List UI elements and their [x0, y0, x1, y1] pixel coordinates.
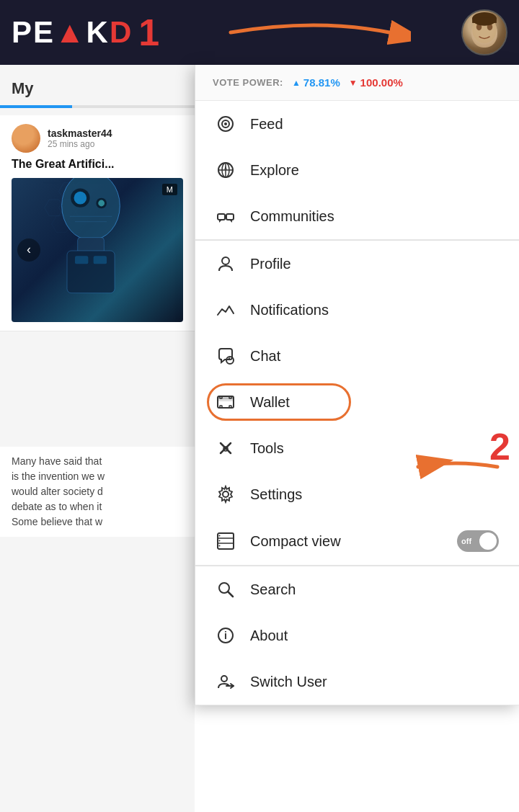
svg-text:i: i [224, 630, 227, 641]
svg-rect-44 [220, 406, 222, 408]
post-text: Many have said that is the invention we … [0, 447, 195, 537]
svg-point-11 [98, 200, 105, 206]
svg-rect-16 [75, 256, 88, 264]
post-image-overlay: M [162, 184, 177, 195]
menu-item-feed[interactable]: Feed [195, 101, 519, 147]
menu-item-compact[interactable]: Compact view off [195, 517, 519, 565]
menu-item-wallet[interactable]: Wallet [195, 379, 519, 425]
menu-label-settings: Settings [250, 486, 302, 503]
svg-rect-32 [218, 214, 225, 220]
post-item[interactable]: taskmaster44 25 mins ago The Great Artif… [0, 115, 195, 331]
dropdown-menu: VOTE POWER: ▲ 78.81% ▼ 100.00% Feed [195, 65, 519, 705]
chevron-up-icon: ▲ [292, 78, 301, 88]
arrow-annotation-1 [223, 11, 411, 54]
menu-section-user: Profile Notifications Chat [195, 241, 519, 566]
feed-icon [216, 114, 236, 134]
toggle-label: off [461, 537, 471, 545]
svg-rect-43 [229, 396, 231, 398]
menu-item-notifications[interactable]: Notifications [195, 287, 519, 333]
svg-point-57 [219, 545, 221, 547]
svg-point-55 [219, 535, 221, 537]
tab-active-indicator [0, 105, 72, 108]
svg-point-62 [221, 676, 227, 682]
svg-point-56 [219, 540, 221, 542]
menu-label-notifications: Notifications [250, 302, 329, 318]
svg-rect-33 [226, 214, 234, 220]
page-title: My [0, 65, 195, 105]
svg-rect-17 [94, 256, 107, 264]
svg-point-37 [222, 257, 229, 264]
menu-label-search: Search [250, 581, 296, 598]
menu-section-main: Feed Explore [195, 101, 519, 240]
menu-section-bottom: Search i About Switch User [195, 566, 519, 705]
switch-user-icon [216, 672, 236, 692]
svg-rect-23 [472, 17, 497, 23]
menu-item-chat[interactable]: Chat [195, 333, 519, 379]
profile-icon [216, 254, 236, 274]
tools-icon [216, 438, 236, 458]
post-image: M ‹ [12, 178, 183, 322]
communities-icon [216, 206, 236, 226]
search-icon [216, 579, 236, 599]
settings-icon [216, 484, 236, 504]
svg-rect-15 [67, 251, 115, 293]
logo-peak: PE [12, 15, 55, 50]
post-author-name: taskmaster44 [48, 128, 112, 139]
menu-label-wallet: Wallet [250, 394, 290, 411]
logo-k: K [86, 15, 110, 50]
menu-label-compact: Compact view [250, 533, 341, 550]
svg-line-59 [228, 592, 233, 597]
vote-power-up-value: 78.81% [303, 76, 340, 89]
menu-item-switch-user[interactable]: Switch User [195, 659, 519, 705]
svg-rect-45 [229, 406, 231, 408]
vote-power-down: ▼ 100.00% [349, 76, 403, 89]
menu-item-explore[interactable]: Explore [195, 147, 519, 193]
menu-item-profile[interactable]: Profile [195, 241, 519, 287]
menu-item-communities[interactable]: Communities [195, 193, 519, 239]
logo-a-accent: ▲ [55, 15, 86, 50]
compact-icon [216, 531, 236, 551]
menu-item-tools[interactable]: Tools [195, 425, 519, 471]
content-background: My taskmaster44 25 mins ago The Great Ar… [0, 65, 195, 812]
menu-label-communities: Communities [250, 208, 334, 225]
avatar[interactable] [461, 9, 507, 55]
svg-marker-35 [219, 220, 222, 223]
menu-item-search[interactable]: Search [195, 566, 519, 612]
header: PE ▲ K D 1 [0, 0, 519, 65]
menu-label-chat: Chat [250, 348, 280, 365]
menu-label-switch-user: Switch User [250, 674, 327, 690]
post-title: The Great Artifici... [12, 157, 183, 172]
menu-item-about[interactable]: i About [195, 612, 519, 659]
svg-marker-36 [229, 220, 232, 223]
compact-toggle[interactable]: off [457, 530, 499, 552]
chevron-down-icon: ▼ [349, 78, 358, 88]
about-icon: i [216, 625, 236, 646]
svg-point-51 [223, 491, 229, 497]
post-author-avatar [12, 124, 40, 153]
logo-d: D [110, 15, 133, 50]
toggle-knob [479, 532, 497, 550]
toggle-switch[interactable]: off [457, 530, 499, 552]
svg-point-7 [62, 178, 120, 240]
prev-button[interactable]: ‹ [17, 238, 40, 262]
menu-label-profile: Profile [250, 256, 291, 272]
svg-point-9 [74, 192, 87, 205]
menu-label-explore: Explore [250, 162, 299, 179]
vote-power-up: ▲ 78.81% [292, 76, 340, 89]
menu-label-feed: Feed [250, 116, 283, 133]
vote-power-bar: VOTE POWER: ▲ 78.81% ▼ 100.00% [195, 65, 519, 101]
wallet-icon [216, 392, 236, 412]
vote-power-down-value: 100.00% [360, 76, 403, 89]
explore-icon [216, 160, 236, 180]
tab-bar [0, 105, 195, 108]
vote-power-label: VOTE POWER: [213, 77, 283, 88]
notifications-icon [216, 300, 236, 320]
menu-item-settings[interactable]: Settings [195, 471, 519, 517]
menu-label-about: About [250, 628, 288, 644]
post-time: 25 mins ago [48, 139, 112, 149]
menu-label-tools: Tools [250, 440, 284, 457]
chat-icon [216, 346, 236, 366]
annotation-num-1: 1 [138, 11, 161, 54]
svg-point-26 [224, 122, 227, 125]
svg-rect-42 [220, 396, 222, 398]
